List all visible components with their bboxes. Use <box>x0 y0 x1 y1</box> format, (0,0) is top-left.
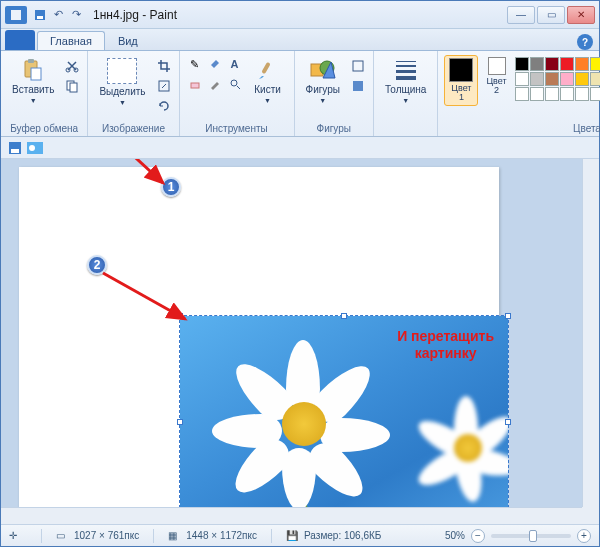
picker-tool[interactable] <box>206 75 224 93</box>
palette-swatch[interactable] <box>590 87 600 101</box>
palette-swatch[interactable] <box>515 87 529 101</box>
resize-handle[interactable] <box>505 313 511 319</box>
group-label-shapes: Фигуры <box>301 122 367 135</box>
help-button[interactable]: ? <box>577 34 593 50</box>
titlebar: ↶ ↷ 1нн4.jpg - Paint — ▭ ✕ <box>1 1 599 29</box>
save-icon[interactable] <box>33 8 47 22</box>
fill-tool[interactable] <box>206 55 224 73</box>
scrollbar-corner <box>582 507 599 524</box>
group-tools: ✎ A Кисти ▼ Инструменты <box>180 51 295 136</box>
copy-button[interactable] <box>63 77 81 95</box>
crop-button[interactable] <box>155 57 173 75</box>
text-tool[interactable]: A <box>226 55 244 73</box>
svg-rect-13 <box>261 62 270 74</box>
zoom-slider[interactable] <box>491 534 571 538</box>
chevron-down-icon: ▼ <box>119 99 126 106</box>
brush-icon <box>254 58 282 82</box>
system-menu-button[interactable] <box>5 6 27 24</box>
brushes-label: Кисти <box>254 84 281 95</box>
svg-rect-2 <box>37 16 43 19</box>
color2-button[interactable]: Цвет 2 <box>482 55 510 98</box>
zoom-slider-thumb[interactable] <box>529 530 537 542</box>
svg-line-23 <box>103 273 185 319</box>
palette-swatch[interactable] <box>530 72 544 86</box>
zoom-out-button[interactable]: − <box>471 529 485 543</box>
palette-swatch[interactable] <box>515 72 529 86</box>
statusbar: ✛ ▭1027 × 761пкс ▦1448 × 1172пкс 💾Размер… <box>1 524 599 546</box>
paste-button[interactable]: Вставить ▼ <box>7 55 59 107</box>
canvas-size-icon: ▦ <box>168 530 182 542</box>
tab-home[interactable]: Главная <box>37 31 105 50</box>
horizontal-scrollbar[interactable] <box>1 507 582 524</box>
color2-swatch <box>488 57 506 75</box>
select-icon <box>107 58 137 84</box>
chevron-down-icon: ▼ <box>319 97 326 104</box>
tab-view[interactable]: Вид <box>105 31 151 50</box>
group-colors: Цвет 1 Цвет 2 Изменение цветов Цвета <box>438 51 600 136</box>
color2-label: Цвет 2 <box>486 77 506 96</box>
palette-swatch[interactable] <box>515 57 529 71</box>
eraser-tool[interactable] <box>186 75 204 93</box>
save-icon[interactable] <box>7 140 23 156</box>
brushes-button[interactable]: Кисти ▼ <box>248 55 288 107</box>
minimize-button[interactable]: — <box>507 6 535 24</box>
annotation-text: И перетащитькартинку <box>397 328 494 362</box>
canvas-area[interactable]: И перетащитькартинку 1 2 <box>1 159 599 524</box>
cursor-position: ✛ <box>9 530 27 542</box>
svg-rect-16 <box>353 61 363 71</box>
color-palette <box>515 55 600 101</box>
palette-swatch[interactable] <box>530 87 544 101</box>
resize-handle[interactable] <box>341 313 347 319</box>
close-button[interactable]: ✕ <box>567 6 595 24</box>
thumbnail-icon[interactable] <box>27 140 43 156</box>
shapes-button[interactable]: Фигуры ▼ <box>301 55 345 107</box>
file-menu-button[interactable] <box>5 30 35 50</box>
rotate-button[interactable] <box>155 97 173 115</box>
palette-swatch[interactable] <box>545 72 559 86</box>
palette-swatch[interactable] <box>590 72 600 86</box>
palette-swatch[interactable] <box>560 87 574 101</box>
zoom-in-button[interactable]: + <box>577 529 591 543</box>
thickness-icon <box>394 58 418 82</box>
palette-swatch[interactable] <box>575 72 589 86</box>
palette-swatch[interactable] <box>560 72 574 86</box>
magnifier-tool[interactable] <box>226 75 244 93</box>
pencil-tool[interactable]: ✎ <box>186 55 204 73</box>
redo-icon[interactable]: ↷ <box>69 8 83 22</box>
palette-swatch[interactable] <box>575 87 589 101</box>
palette-swatch[interactable] <box>530 57 544 71</box>
palette-swatch[interactable] <box>590 57 600 71</box>
group-label-colors: Цвета <box>444 122 600 135</box>
cut-button[interactable] <box>63 57 81 75</box>
window-controls: — ▭ ✕ <box>507 6 595 24</box>
group-thickness: Толщина ▼ <box>374 51 438 136</box>
palette-swatch[interactable] <box>545 57 559 71</box>
palette-swatch[interactable] <box>575 57 589 71</box>
select-button[interactable]: Выделить ▼ <box>94 55 150 109</box>
palette-swatch[interactable] <box>560 57 574 71</box>
chevron-down-icon: ▼ <box>402 97 409 104</box>
select-label: Выделить <box>99 86 145 97</box>
selection-size: ▭1027 × 761пкс <box>56 530 139 542</box>
group-image: Выделить ▼ Изображение <box>88 51 179 136</box>
paste-label: Вставить <box>12 84 54 95</box>
color1-button[interactable]: Цвет 1 <box>444 55 478 106</box>
undo-icon[interactable]: ↶ <box>51 8 65 22</box>
annotation-arrow-1 <box>77 159 177 253</box>
palette-swatch[interactable] <box>545 87 559 101</box>
zoom-level: 50% <box>445 530 465 541</box>
resize-handle[interactable] <box>505 419 511 425</box>
resize-button[interactable] <box>155 77 173 95</box>
thickness-label: Толщина <box>385 84 426 95</box>
paste-icon <box>19 58 47 82</box>
pasted-image[interactable]: И перетащитькартинку <box>180 316 508 524</box>
thickness-button[interactable]: Толщина ▼ <box>380 55 431 107</box>
shapes-icon <box>309 58 337 82</box>
selection-rectangle[interactable]: И перетащитькартинку <box>179 315 509 524</box>
maximize-button[interactable]: ▭ <box>537 6 565 24</box>
outline-button[interactable] <box>349 57 367 75</box>
resize-handle[interactable] <box>177 419 183 425</box>
crosshair-icon: ✛ <box>9 530 23 542</box>
vertical-scrollbar[interactable] <box>582 159 599 507</box>
fill-button[interactable] <box>349 77 367 95</box>
